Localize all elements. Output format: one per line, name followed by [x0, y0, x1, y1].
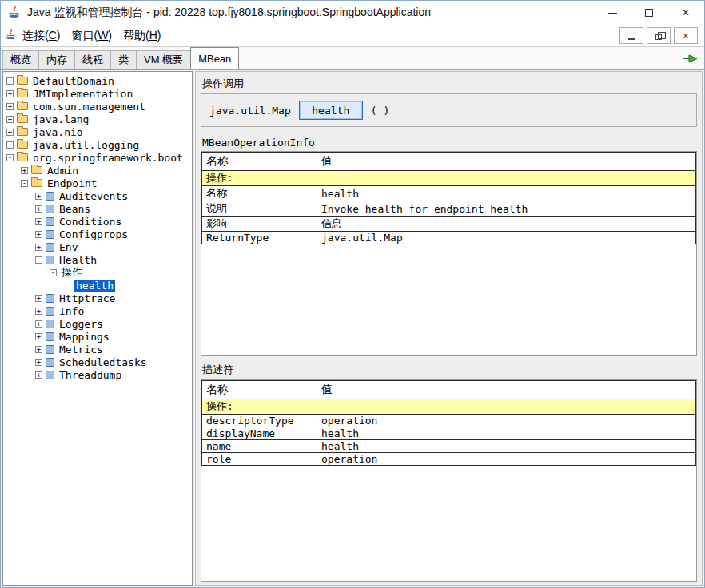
tab-overview[interactable]: 概览: [2, 50, 39, 69]
expand-icon[interactable]: +: [35, 308, 42, 315]
cell-value: Invoke health for endpoint health: [317, 201, 696, 217]
collapse-icon[interactable]: -: [21, 180, 28, 187]
expand-icon[interactable]: +: [6, 141, 14, 149]
tree-item-threaddump[interactable]: +Threaddump: [3, 368, 192, 381]
menu-connection[interactable]: 连接(C): [17, 26, 66, 46]
cell-value: health: [317, 427, 696, 440]
descriptor-table: 名称值操作:descriptorTypeoperationdisplayName…: [201, 380, 696, 466]
menu-items: 连接(C)窗口(W)帮助(H): [17, 26, 167, 46]
table-row[interactable]: descriptorTypeoperation: [202, 415, 696, 427]
tree-item-label: Auditevents: [58, 190, 129, 202]
maximize-icon: [645, 9, 653, 17]
mdi-restore-button[interactable]: [647, 27, 671, 44]
table-row[interactable]: 影响信息: [202, 217, 696, 232]
operation-args: ( ): [371, 105, 389, 117]
tab-threads[interactable]: 线程: [74, 50, 111, 69]
operation-return-type: java.util.Map: [209, 105, 291, 117]
table-row[interactable]: ReturnTypejava.util.Map: [202, 232, 696, 244]
tree-item-endpoint[interactable]: -Endpoint: [3, 177, 192, 189]
cell-name: 说明: [202, 201, 317, 217]
tree-item-loggers[interactable]: +Loggers: [3, 317, 192, 330]
expand-icon[interactable]: +: [21, 167, 28, 174]
expand-icon[interactable]: +: [35, 244, 42, 251]
tree-item-label: Health: [58, 254, 98, 266]
menu-help[interactable]: 帮助(H): [118, 26, 166, 46]
expand-icon[interactable]: +: [6, 129, 14, 136]
title-bar: Java 监视和管理控制台 - pid: 20228 top.fjy8018.s…: [1, 1, 704, 25]
collapse-icon[interactable]: -: [50, 269, 57, 276]
folder-icon: [17, 115, 28, 123]
tree-item-label: 操作: [60, 265, 84, 280]
expand-icon[interactable]: +: [35, 346, 42, 353]
table-row[interactable]: roleoperation: [202, 453, 696, 466]
collapse-icon[interactable]: -: [6, 154, 14, 161]
close-icon: ×: [682, 6, 689, 19]
close-button[interactable]: ×: [667, 1, 704, 25]
tree-item-env[interactable]: +Env: [3, 240, 192, 253]
tree-item-beans[interactable]: +Beans: [3, 202, 192, 215]
tree-item-info[interactable]: +Info: [3, 304, 192, 317]
table-row[interactable]: 名称health: [202, 186, 696, 201]
tree-item-admin[interactable]: +Admin: [3, 164, 192, 177]
expand-icon[interactable]: +: [35, 231, 42, 238]
collapse-icon[interactable]: -: [35, 256, 42, 264]
tree-item-java-util-logging[interactable]: +java.util.logging: [3, 138, 192, 151]
tree-item-java-nio[interactable]: +java.nio: [3, 125, 192, 138]
tree-item-httptrace[interactable]: +Httptrace: [3, 292, 192, 304]
table-row[interactable]: namehealth: [202, 440, 696, 453]
menu-window[interactable]: 窗口(W): [66, 26, 118, 46]
expand-icon[interactable]: +: [35, 193, 42, 200]
mbean-icon: [46, 217, 54, 226]
tree-item-java-lang[interactable]: +java.lang: [3, 113, 192, 125]
tab-vm-summary[interactable]: VM 概要: [136, 50, 191, 69]
expand-icon[interactable]: +: [35, 320, 42, 328]
table-row[interactable]: 操作:: [202, 171, 696, 186]
tab-classes[interactable]: 类: [110, 50, 137, 69]
tab-memory[interactable]: 内存: [38, 50, 75, 69]
maximize-button[interactable]: [631, 1, 667, 25]
folder-icon: [31, 166, 42, 174]
table-row[interactable]: displayNamehealth: [202, 427, 696, 440]
expand-icon[interactable]: +: [35, 295, 42, 302]
mbean-icon: [46, 230, 54, 239]
tree-item-label: Env: [58, 241, 79, 253]
tree-item-configprops[interactable]: +Configprops: [3, 228, 192, 240]
tree-item-operations[interactable]: -操作: [3, 266, 192, 279]
expand-icon[interactable]: +: [35, 359, 42, 366]
minimize-button[interactable]: [594, 1, 631, 25]
tree-item-label: JMImplementation: [31, 88, 134, 100]
tree-item-conditions[interactable]: +Conditions: [3, 215, 192, 228]
invoke-health-button[interactable]: health: [299, 101, 363, 120]
tree-item-org-springframework-boot[interactable]: -org.springframework.boot: [3, 151, 192, 164]
tree-item-label: Loggers: [58, 318, 105, 330]
tree-item-health-operation[interactable]: health: [3, 279, 192, 292]
expand-icon[interactable]: +: [6, 116, 14, 123]
expand-icon[interactable]: +: [6, 103, 14, 110]
expand-icon[interactable]: +: [35, 371, 42, 379]
tree-item-label: Mappings: [58, 331, 111, 343]
cell-value: [317, 171, 696, 186]
expand-icon[interactable]: +: [35, 218, 42, 225]
expand-icon[interactable]: +: [35, 333, 42, 340]
expand-icon[interactable]: +: [35, 205, 42, 213]
jconsole-window: Java 监视和管理控制台 - pid: 20228 top.fjy8018.s…: [0, 0, 705, 588]
mdi-minimize-button[interactable]: [619, 27, 643, 44]
tree-item-metrics[interactable]: +Metrics: [3, 343, 192, 356]
mdi-close-button[interactable]: ×: [674, 27, 698, 44]
tree-item-com-sun-management[interactable]: +com.sun.management: [3, 100, 192, 113]
java-app-icon: [7, 5, 21, 22]
tree-item-defaultdomain[interactable]: +DefaultDomain: [3, 74, 192, 87]
table-row[interactable]: 操作:: [202, 399, 696, 415]
tree-item-mappings[interactable]: +Mappings: [3, 330, 192, 343]
expand-icon[interactable]: +: [6, 90, 14, 97]
cell-name: 操作:: [202, 399, 317, 415]
tab-bar: 概览内存线程类VM 概要MBean: [1, 47, 704, 70]
table-row[interactable]: 说明Invoke health for endpoint health: [202, 201, 696, 217]
tree-item-health[interactable]: -Health: [3, 253, 192, 266]
tree-item-auditevents[interactable]: +Auditevents: [3, 189, 192, 202]
expand-icon[interactable]: +: [6, 77, 14, 85]
tree-item-jmimplementation[interactable]: +JMImplementation: [3, 87, 192, 100]
tree-item-scheduledtasks[interactable]: +Scheduledtasks: [3, 356, 192, 368]
tab-mbean[interactable]: MBean: [190, 47, 239, 69]
tree-item-label: Conditions: [58, 216, 123, 228]
